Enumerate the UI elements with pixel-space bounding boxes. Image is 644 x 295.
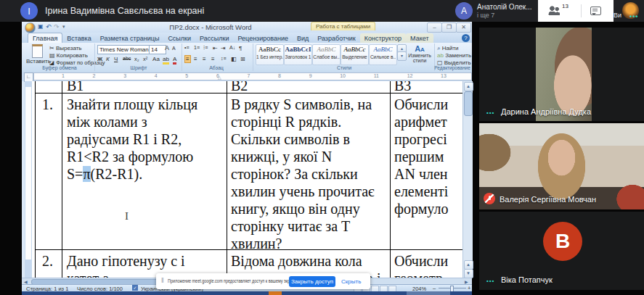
chat-button[interactable] <box>590 7 601 15</box>
show-marks-button[interactable]: ¶ <box>239 45 242 51</box>
borders-button[interactable]: ⊞ <box>240 56 245 62</box>
participant-avatar: А <box>455 2 473 20</box>
sort-button[interactable]: А↓ <box>229 45 235 50</box>
font-size-box[interactable]: 14 <box>149 45 166 54</box>
ribbon-tab-row: Главная Вставка Разметка страницы Ссылки… <box>22 33 472 43</box>
office-button[interactable] <box>25 22 36 33</box>
underline-button[interactable]: Ч <box>114 56 118 62</box>
group-divider <box>94 43 95 71</box>
row2-cell-b3: Обчисли геометр <box>394 252 448 278</box>
find-button[interactable]: ⌕ Найти <box>437 45 459 52</box>
styles-gallery-down[interactable]: ▾ <box>397 51 407 61</box>
participant-tile-3[interactable]: В ••• Віка Потапчук <box>479 212 644 290</box>
scroll-left-arrow[interactable]: ◀ <box>24 279 28 284</box>
increase-indent-button[interactable]: ⇥ <box>221 45 226 51</box>
table-border <box>390 81 391 278</box>
style-chip-no-spacing[interactable]: АаВbСс1 Без интер.. <box>256 44 284 65</box>
restore-button[interactable]: ❐ <box>441 22 457 33</box>
tab-maket[interactable]: Макет <box>406 33 433 43</box>
numbering-button[interactable]: 1≡ <box>194 45 200 50</box>
vertical-scrollbar[interactable]: ▲ ▲ ▼ <box>462 81 473 278</box>
highlight-color-button[interactable]: ab <box>163 56 169 65</box>
bold-button[interactable]: Ж <box>97 56 102 62</box>
clipboard-group-label: Буфер обмена <box>26 65 93 70</box>
zoom-in-button[interactable]: + <box>468 285 470 291</box>
shading-button[interactable]: ◧ <box>231 56 237 62</box>
save-button[interactable]: ▣ <box>38 23 44 30</box>
scroll-right-arrow[interactable]: ▶ <box>465 279 468 284</box>
italic-button[interactable]: К <box>106 56 110 62</box>
shrink-font-button[interactable]: А <box>172 46 176 51</box>
people-button[interactable] <box>548 6 560 15</box>
table-border <box>227 81 227 278</box>
vscroll-thumb[interactable] <box>464 91 473 116</box>
qat-more-button[interactable]: ▾ <box>62 24 65 30</box>
tab-razrabotchik[interactable]: Разработчик <box>313 33 359 43</box>
align-right-button[interactable]: ≡ <box>203 56 206 62</box>
superscript-button[interactable]: x² <box>143 56 147 62</box>
tab-vid[interactable]: Вид <box>293 33 313 43</box>
tab-razmetka[interactable]: Разметка страницы <box>96 33 164 43</box>
table-header-b3: В3 <box>394 81 411 94</box>
tab-ssylki[interactable]: Ссылки <box>163 33 195 43</box>
line-spacing-button[interactable]: ↕≡ <box>221 56 227 61</box>
row1-cell-b1: Знайти площу кільця між колами з радіуса… <box>67 96 197 183</box>
align-left-button[interactable]: ≡ <box>184 55 191 63</box>
close-button[interactable]: ✕ <box>456 22 471 33</box>
help-button[interactable]: ? <box>462 34 470 42</box>
change-case-button[interactable]: Аа <box>152 56 160 62</box>
grow-font-button[interactable]: А <box>165 44 169 51</box>
styles-group-label: Стили <box>256 65 433 70</box>
hide-button[interactable]: Скрыть <box>341 278 361 285</box>
participant-tile-1[interactable]: ••• Дарина Андріївна Дудка <box>479 28 644 121</box>
paste-button[interactable]: Вставить <box>26 44 48 63</box>
people-icon <box>548 6 560 15</box>
chat-icon <box>590 7 601 15</box>
tab-vstavka[interactable]: Вставка <box>62 33 95 43</box>
participant-name: Анатолій Олек... <box>477 3 532 11</box>
font-name-box[interactable]: Times New Roman <box>97 45 151 54</box>
style-chip-heading1[interactable]: АаВbСсІЗаголовок 1 <box>284 44 312 65</box>
multilevel-list-button[interactable]: ⁝≡ <box>203 45 208 51</box>
minimize-button[interactable]: – <box>427 22 442 33</box>
participant-tile-2[interactable]: Валерія Сергіївна Мовчан <box>479 123 644 209</box>
drag-handle[interactable]: ‖ <box>161 277 164 284</box>
indent-marker[interactable]: △ <box>218 75 221 80</box>
tab-glavnaya[interactable]: Главная <box>28 33 62 43</box>
taskbar-tray[interactable] <box>407 291 450 295</box>
font-color-button[interactable]: А <box>173 56 176 65</box>
scroll-up-arrow[interactable]: ▲ <box>464 82 473 91</box>
justify-button[interactable]: ≡ <box>211 56 215 62</box>
editing-group-label: Редактирование <box>433 65 472 70</box>
vertical-ruler[interactable] <box>25 81 32 278</box>
replace-button[interactable]: ab Заменить <box>437 52 471 59</box>
align-center-button[interactable]: ≡ <box>194 56 197 62</box>
redo-button[interactable]: ↷ <box>54 23 60 30</box>
document-page[interactable]: В1 В2 В3 1. Знайти площу кільця між кола… <box>32 81 462 278</box>
word-window: ▣ ↶ ↷ ▾ ПР2.docx - Microsoft Word Работа… <box>22 22 472 291</box>
stop-sharing-button[interactable]: Закрыть доступ <box>289 276 335 287</box>
undo-button[interactable]: ↶ <box>46 23 52 30</box>
style-chip-subtle-emphasis[interactable]: АаВbССлабое вы.. <box>312 44 341 65</box>
meet-top-bar: І Ірина Вадимівна Савєльєва на екрані А … <box>0 0 644 22</box>
tab-recenzirovanie[interactable]: Рецензирование <box>233 33 293 43</box>
strikethrough-button[interactable]: abc <box>123 56 131 61</box>
taskbar-item[interactable] <box>269 291 282 295</box>
tab-rassylki[interactable]: Рассылки <box>195 33 233 43</box>
zoom-out-button[interactable]: – <box>433 285 436 291</box>
tab-konstruktor[interactable]: Конструктор <box>360 33 406 43</box>
subscript-button[interactable]: x₂ <box>134 56 139 62</box>
decrease-indent-button[interactable]: ⇤ <box>213 45 218 51</box>
taskbar[interactable] <box>22 291 472 295</box>
horizontal-ruler[interactable]: ∟ 12345678910111213 △ <box>22 72 472 81</box>
topbar-overflow-dots[interactable]: ••• <box>629 13 638 20</box>
style-chip-emphasis[interactable]: АаВbСсВыделение <box>341 44 369 65</box>
tile-overflow-dots[interactable]: ••• <box>486 109 494 116</box>
spellcheck-icon[interactable]: ✓ <box>132 285 138 291</box>
bullets-button[interactable]: •≡ <box>184 45 189 50</box>
style-chip-intense-emphasis[interactable]: АаВbССильное в.. <box>369 44 397 65</box>
change-styles-button[interactable]: АА Изменить стили <box>407 44 433 63</box>
cut-button[interactable]: ✂ Вырезать <box>49 45 82 51</box>
copy-button[interactable]: ▤ Копировать <box>49 52 88 59</box>
tile-overflow-dots[interactable]: ••• <box>486 278 494 284</box>
